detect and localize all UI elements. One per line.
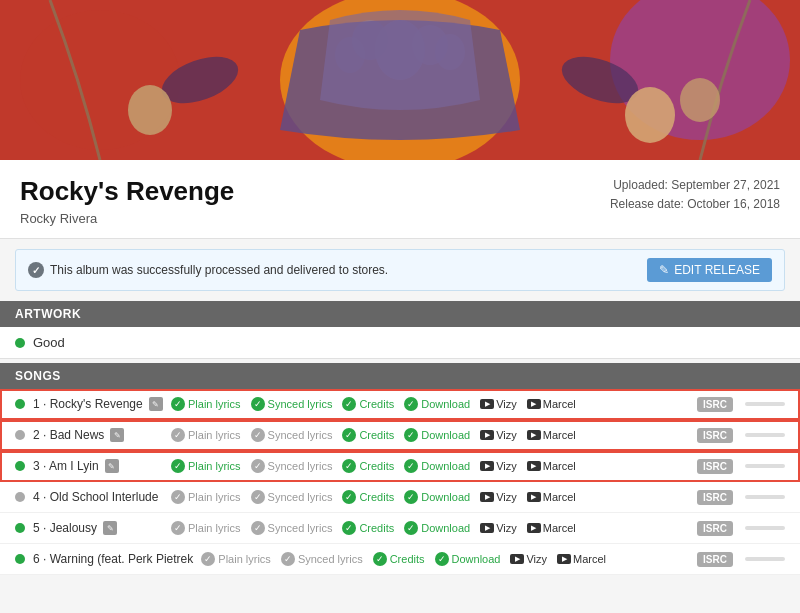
isrc-badge[interactable]: ISRC — [697, 521, 733, 536]
credits-label: Credits — [359, 429, 394, 441]
album-artwork — [0, 0, 800, 160]
marcel-label: Marcel — [543, 398, 576, 410]
download-badge[interactable]: ✓Download — [404, 427, 470, 443]
marcel-label: Marcel — [543, 460, 576, 472]
credits-badge[interactable]: ✓Credits — [342, 427, 394, 443]
isrc-badge[interactable]: ISRC — [697, 459, 733, 474]
release-date: Release date: October 16, 2018 — [610, 195, 780, 214]
marcel-badge[interactable]: Marcel — [527, 429, 576, 441]
song-row: 3 · Am I Lyin✎✓Plain lyrics✓Synced lyric… — [0, 451, 800, 482]
song-actions: ✓Plain lyrics✓Synced lyrics✓Credits✓Down… — [171, 520, 689, 536]
credits-icon: ✓ — [342, 397, 356, 411]
synced-lyrics-badge[interactable]: ✓Synced lyrics — [281, 551, 363, 567]
plain-lyrics-icon: ✓ — [201, 552, 215, 566]
marcel-badge[interactable]: Marcel — [527, 491, 576, 503]
isrc-value — [745, 433, 785, 437]
marcel-badge[interactable]: Marcel — [527, 460, 576, 472]
download-badge[interactable]: ✓Download — [404, 520, 470, 536]
synced-lyrics-label: Synced lyrics — [268, 522, 333, 534]
song-number: 6 · Warning (feat. Perk Pietrek — [33, 552, 193, 566]
credits-icon: ✓ — [342, 490, 356, 504]
plain-lyrics-badge[interactable]: ✓Plain lyrics — [171, 458, 241, 474]
download-badge[interactable]: ✓Download — [404, 489, 470, 505]
credits-icon: ✓ — [342, 521, 356, 535]
vizy-badge[interactable]: Vizy — [480, 460, 517, 472]
marcel-badge[interactable]: Marcel — [557, 553, 606, 565]
status-bar: ✓ This album was successfully processed … — [15, 249, 785, 291]
isrc-value — [745, 464, 785, 468]
plain-lyrics-label: Plain lyrics — [188, 398, 241, 410]
credits-label: Credits — [359, 460, 394, 472]
plain-lyrics-badge[interactable]: ✓Plain lyrics — [201, 551, 271, 567]
edit-release-button[interactable]: ✎ EDIT RELEASE — [647, 258, 772, 282]
isrc-badge[interactable]: ISRC — [697, 428, 733, 443]
vizy-label: Vizy — [526, 553, 547, 565]
plain-lyrics-label: Plain lyrics — [218, 553, 271, 565]
vizy-badge[interactable]: Vizy — [480, 429, 517, 441]
plain-lyrics-badge[interactable]: ✓Plain lyrics — [171, 396, 241, 412]
synced-lyrics-icon: ✓ — [251, 490, 265, 504]
vizy-badge[interactable]: Vizy — [510, 553, 547, 565]
marcel-badge[interactable]: Marcel — [527, 522, 576, 534]
song-actions: ✓Plain lyrics✓Synced lyrics✓Credits✓Down… — [171, 489, 689, 505]
isrc-value — [745, 557, 785, 561]
marcel-icon — [527, 430, 541, 440]
credits-badge[interactable]: ✓Credits — [342, 520, 394, 536]
download-badge[interactable]: ✓Download — [404, 396, 470, 412]
marcel-icon — [527, 523, 541, 533]
plain-lyrics-icon: ✓ — [171, 521, 185, 535]
credits-badge[interactable]: ✓Credits — [373, 551, 425, 567]
synced-lyrics-icon: ✓ — [251, 428, 265, 442]
isrc-badge[interactable]: ISRC — [697, 552, 733, 567]
download-icon: ✓ — [404, 459, 418, 473]
marcel-label: Marcel — [543, 522, 576, 534]
credits-badge[interactable]: ✓Credits — [342, 489, 394, 505]
credits-icon: ✓ — [373, 552, 387, 566]
song-edit-icon[interactable]: ✎ — [110, 428, 124, 442]
vizy-badge[interactable]: Vizy — [480, 522, 517, 534]
vizy-badge[interactable]: Vizy — [480, 491, 517, 503]
song-actions: ✓Plain lyrics✓Synced lyrics✓Credits✓Down… — [171, 458, 689, 474]
synced-lyrics-badge[interactable]: ✓Synced lyrics — [251, 458, 333, 474]
album-artist: Rocky Rivera — [20, 211, 234, 226]
download-label: Download — [421, 398, 470, 410]
vizy-badge[interactable]: Vizy — [480, 398, 517, 410]
marcel-icon — [527, 492, 541, 502]
synced-lyrics-badge[interactable]: ✓Synced lyrics — [251, 396, 333, 412]
synced-lyrics-label: Synced lyrics — [268, 460, 333, 472]
credits-badge[interactable]: ✓Credits — [342, 396, 394, 412]
vizy-label: Vizy — [496, 429, 517, 441]
synced-lyrics-label: Synced lyrics — [268, 398, 333, 410]
download-badge[interactable]: ✓Download — [404, 458, 470, 474]
download-badge[interactable]: ✓Download — [435, 551, 501, 567]
status-message: This album was successfully processed an… — [50, 263, 388, 277]
songs-list: 1 · Rocky's Revenge✎✓Plain lyrics✓Synced… — [0, 389, 800, 575]
synced-lyrics-badge[interactable]: ✓Synced lyrics — [251, 520, 333, 536]
synced-lyrics-badge[interactable]: ✓Synced lyrics — [251, 489, 333, 505]
plain-lyrics-label: Plain lyrics — [188, 522, 241, 534]
songs-section-header: SONGS — [0, 363, 800, 389]
marcel-badge[interactable]: Marcel — [527, 398, 576, 410]
credits-badge[interactable]: ✓Credits — [342, 458, 394, 474]
plain-lyrics-badge[interactable]: ✓Plain lyrics — [171, 427, 241, 443]
isrc-badge[interactable]: ISRC — [697, 397, 733, 412]
plain-lyrics-badge[interactable]: ✓Plain lyrics — [171, 520, 241, 536]
synced-lyrics-label: Synced lyrics — [268, 429, 333, 441]
vizy-icon — [510, 554, 524, 564]
song-edit-icon[interactable]: ✎ — [103, 521, 117, 535]
song-edit-icon[interactable]: ✎ — [105, 459, 119, 473]
isrc-badge[interactable]: ISRC — [697, 490, 733, 505]
plain-lyrics-badge[interactable]: ✓Plain lyrics — [171, 489, 241, 505]
synced-lyrics-badge[interactable]: ✓Synced lyrics — [251, 427, 333, 443]
vizy-icon — [480, 399, 494, 409]
credits-label: Credits — [359, 522, 394, 534]
synced-lyrics-label: Synced lyrics — [298, 553, 363, 565]
song-status-dot — [15, 461, 25, 471]
song-status-dot — [15, 430, 25, 440]
synced-lyrics-icon: ✓ — [251, 521, 265, 535]
download-label: Download — [421, 460, 470, 472]
song-edit-icon[interactable]: ✎ — [149, 397, 163, 411]
artwork-dot — [15, 338, 25, 348]
plain-lyrics-icon: ✓ — [171, 397, 185, 411]
download-icon: ✓ — [404, 490, 418, 504]
